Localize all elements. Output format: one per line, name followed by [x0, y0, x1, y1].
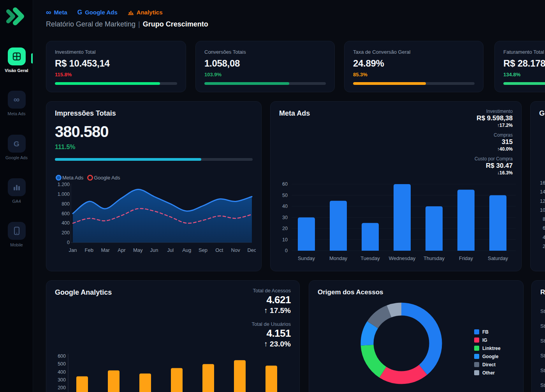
tab-analytics[interactable]: Analytics — [128, 9, 163, 16]
active-indicator — [31, 53, 33, 63]
kpi-value: 24.89% — [353, 58, 475, 69]
meta-infinity-icon: ∞ — [46, 9, 51, 16]
svg-text:0: 0 — [67, 240, 70, 245]
svg-text:500: 500 — [58, 361, 66, 367]
kpi-percent: 103.9% — [204, 72, 326, 77]
double-chevron-icon — [5, 7, 27, 26]
card-title: Re — [540, 288, 545, 296]
impressions-area-chart: 1.2001.0008006004002000JanFebMarAprMayJu… — [55, 181, 256, 261]
svg-text:400: 400 — [58, 369, 66, 375]
app-logo — [5, 7, 27, 27]
progress-bar — [55, 158, 253, 161]
sidebar-item-ga4[interactable]: GA4 — [0, 178, 33, 204]
svg-text:1.200: 1.200 — [58, 182, 70, 187]
svg-text:600: 600 — [62, 211, 70, 216]
tab-label: Analytics — [137, 9, 163, 16]
report-title: Relatório Geral de Marketing — [46, 20, 135, 28]
kpi-value: R$ 10.453,14 — [55, 58, 177, 69]
page-title: Relatório Geral de Marketing|Grupo Cresc… — [46, 20, 208, 28]
sidebar-item-label: Visão Geral — [0, 68, 33, 73]
legend-item-fb: FB — [474, 328, 501, 336]
origem-card: Origem dos Acessos FB IG Linktree Google… — [309, 280, 524, 392]
svg-text:200: 200 — [62, 230, 70, 236]
svg-text:50: 50 — [282, 193, 288, 198]
resumo-card-partial: Re Stat Stat Stat Stat Stat Stat — [531, 280, 545, 392]
impressions-card: Impressões Totais 380.580 111.5% Meta Ad… — [46, 101, 262, 271]
progress-bar — [55, 82, 177, 85]
kpi-label: Taxa de Conversão Geral — [353, 49, 475, 55]
tab-google-ads[interactable]: G Google Ads — [77, 9, 118, 16]
svg-text:May: May — [133, 247, 143, 253]
origem-donut-chart — [358, 300, 445, 387]
sidebar-item-visao-geral[interactable]: Visão Geral — [0, 47, 33, 73]
donut-legend: FB IG Linktree Google Direct Other — [474, 328, 501, 377]
svg-text:Saturday: Saturday — [488, 255, 508, 261]
tab-meta[interactable]: ∞ Meta — [46, 9, 67, 16]
svg-text:Sunday: Sunday — [298, 255, 315, 261]
meta-infinity-icon: ∞ — [8, 91, 26, 109]
sidebar-item-label: Mobile — [0, 243, 33, 247]
sidebar-item-mobile[interactable]: Mobile — [0, 222, 33, 247]
phone-icon — [8, 222, 26, 240]
kpi-label: Faturamento Total — [503, 49, 545, 55]
svg-text:Wednesday: Wednesday — [389, 255, 416, 261]
sidebar-item-label: GA4 — [0, 199, 33, 204]
svg-text:Apr: Apr — [118, 247, 126, 253]
svg-text:200: 200 — [58, 385, 66, 390]
progress-bar — [353, 82, 475, 85]
svg-text:30: 30 — [282, 215, 288, 220]
google-analytics-card: Google Analytics Total de Acessos 4.621 … — [46, 280, 300, 392]
legend-item-linktree: Linktree — [474, 344, 501, 352]
meta-ads-card: Meta Ads Investimento R$ 9.598,38 ↑17.2%… — [270, 101, 522, 271]
card-title: Go — [539, 109, 545, 118]
progress-bar — [503, 82, 545, 85]
svg-text:10: 10 — [282, 237, 288, 243]
sidebar-item-google-ads[interactable]: G Google Ads — [0, 135, 33, 160]
svg-text:Nov: Nov — [231, 247, 241, 253]
svg-text:Oct: Oct — [215, 247, 223, 253]
kpi-card-investimento: Investimento Total R$ 10.453,14 115.8% — [46, 41, 186, 92]
stat-total-usuarios: Total de Usuários 4.151 ↑ 23.0% — [252, 321, 291, 348]
ga-bar-chart: 600500400300200 — [55, 350, 293, 392]
meta-ads-stats: Investimento R$ 9.598,38 ↑17.2% Compras … — [475, 109, 513, 180]
svg-text:Jan: Jan — [69, 247, 77, 253]
sidebar: Visão Geral ∞ Meta Ads G Google Ads GA4 … — [0, 0, 33, 392]
stat-total-acessos: Total de Acessos 4.621 ↑ 17.5% — [252, 288, 291, 315]
svg-text:Mar: Mar — [101, 247, 110, 253]
card-title: Origem dos Acessos — [318, 288, 515, 296]
tab-label: Meta — [54, 9, 67, 16]
google-ads-card-partial: Go 16 14 12 10 8 6 4 2 — [530, 101, 545, 271]
bar-chart-icon — [8, 178, 26, 196]
client-name: Grupo Crescimento — [143, 20, 208, 28]
svg-text:Monday: Monday — [329, 255, 348, 261]
svg-text:400: 400 — [62, 220, 70, 226]
legend-label: Meta Ads — [62, 175, 83, 181]
svg-text:60: 60 — [282, 181, 288, 187]
status-rows: Stat Stat Stat Stat Stat Stat — [540, 304, 545, 392]
svg-text:20: 20 — [282, 226, 288, 231]
chart-legend: Meta Ads Google Ads — [56, 175, 120, 181]
analytics-chart-icon — [128, 9, 134, 15]
svg-text:600: 600 — [58, 353, 66, 359]
svg-text:0: 0 — [285, 248, 288, 253]
sidebar-item-meta-ads[interactable]: ∞ Meta Ads — [0, 91, 33, 116]
stat-custo-por-compra: Custo por Compra R$ 30.47 ↓16.3% — [475, 156, 513, 176]
google-g-icon: G — [8, 135, 26, 153]
svg-text:Jun: Jun — [150, 247, 158, 253]
meta-ads-bar-chart: 0102030405060SundayMondayTuesdayWednesda… — [279, 179, 518, 266]
legend-item-other: Other — [474, 369, 501, 377]
svg-text:300: 300 — [58, 377, 66, 383]
stat-compras: Compras 315 ↑40.0% — [475, 132, 513, 152]
svg-text:1.000: 1.000 — [58, 192, 70, 197]
progress-bar — [204, 82, 326, 85]
kpi-percent: 115.8% — [55, 72, 177, 77]
kpi-card-faturamento: Faturamento Total R$ 28.178,7 134.8% — [494, 41, 545, 92]
card-title: Impressões Totais — [55, 109, 253, 118]
svg-text:Aug: Aug — [182, 247, 191, 253]
dashboard-root: { "header": { "tabs": [ {"label": "Meta"… — [0, 0, 545, 392]
svg-text:Sep: Sep — [199, 247, 207, 253]
google-legend-dot — [87, 175, 93, 181]
svg-text:Dec: Dec — [247, 247, 256, 253]
platform-tabs: ∞ Meta G Google Ads Analytics — [46, 9, 163, 16]
svg-text:Jul: Jul — [167, 247, 174, 253]
